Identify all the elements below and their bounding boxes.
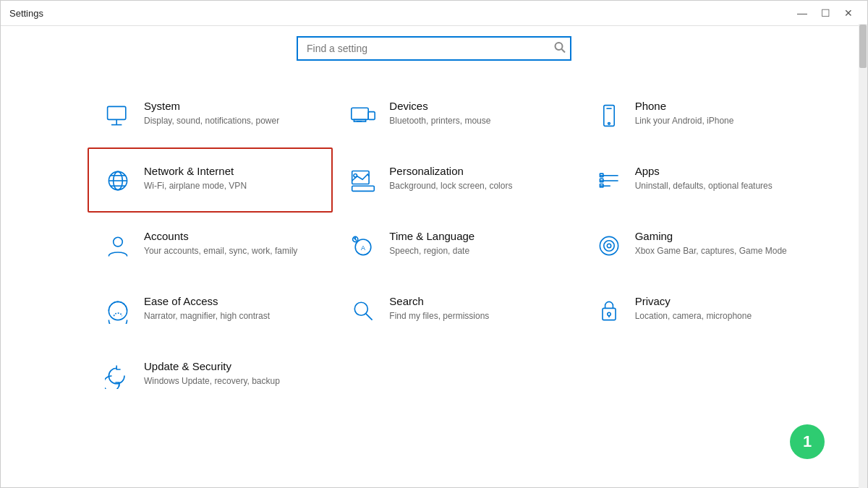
accounts-icon [103,231,132,260]
setting-item-time[interactable]: ATime & LanguageSpeech, region, date [333,213,578,278]
setting-item-apps[interactable]: AppsUninstall, defaults, optional featur… [579,147,824,213]
personalization-icon [349,166,378,195]
svg-point-40 [607,312,610,316]
scrollbar-thumb[interactable] [859,25,867,68]
close-button[interactable]: ✕ [838,5,859,21]
svg-text:A: A [361,244,365,252]
svg-rect-6 [369,112,375,120]
network-icon [103,166,132,195]
gaming-icon [595,231,624,260]
setting-item-system[interactable]: SystemDisplay, sound, notifications, pow… [88,82,333,147]
setting-item-privacy[interactable]: PrivacyLocation, camera, microphone [579,278,824,343]
svg-point-35 [607,244,610,247]
setting-desc-apps: Uninstall, defaults, optional features [635,179,808,192]
svg-rect-19 [352,186,375,191]
setting-title-phone: Phone [635,100,808,112]
setting-desc-phone: Link your Android, iPhone [635,114,808,127]
notification-badge: 1 [790,424,825,459]
search-bar [1,26,867,68]
minimize-button[interactable]: — [792,5,812,21]
settings-grid: SystemDisplay, sound, notifications, pow… [88,82,824,408]
setting-title-search: Search [389,295,562,307]
setting-item-update[interactable]: Update & SecurityWindows Update, recover… [88,343,333,408]
setting-item-phone[interactable]: PhoneLink your Android, iPhone [579,82,824,147]
setting-title-gaming: Gaming [635,230,808,242]
setting-item-devices[interactable]: DevicesBluetooth, printers, mouse [333,82,578,147]
settings-window: Settings — ☐ ✕ SystemDisplay, sound, not… [0,0,868,488]
setting-desc-gaming: Xbox Game Bar, captures, Game Mode [635,244,808,257]
window-title: Settings [9,8,43,19]
settings-content: SystemDisplay, sound, notifications, pow… [1,68,867,487]
setting-title-apps: Apps [635,165,808,177]
svg-line-1 [562,49,566,53]
setting-item-personalization[interactable]: PersonalizationBackground, lock screen, … [333,147,578,213]
setting-title-accounts: Accounts [144,230,317,242]
setting-title-ease: Ease of Access [144,295,317,307]
scrollbar[interactable] [859,24,867,488]
setting-title-update: Update & Security [144,360,317,372]
svg-point-18 [354,174,357,178]
setting-title-privacy: Privacy [635,295,808,307]
svg-rect-5 [352,108,368,119]
search-input-wrapper [297,36,571,61]
svg-line-38 [366,314,373,320]
svg-point-34 [603,241,613,251]
privacy-icon [595,296,624,325]
devices-icon [349,101,378,130]
setting-desc-network: Wi-Fi, airplane mode, VPN [144,179,317,192]
setting-item-network[interactable]: Network & InternetWi-Fi, airplane mode, … [88,147,333,213]
system-icon [103,101,132,130]
setting-item-ease[interactable]: Ease of AccessNarrator, magnifier, high … [88,278,333,343]
phone-icon [595,101,624,130]
ease-icon [103,296,132,325]
setting-desc-personalization: Background, lock screen, colors [389,179,562,192]
svg-point-33 [600,236,618,254]
setting-title-time: Time & Language [389,230,562,242]
svg-rect-2 [108,106,126,119]
update-icon [103,361,132,390]
title-bar: Settings — ☐ ✕ [1,1,867,26]
search-icon-button[interactable] [554,42,566,56]
setting-desc-devices: Bluetooth, printers, mouse [389,114,562,127]
setting-item-search[interactable]: SearchFind my files, permissions [333,278,578,343]
setting-title-devices: Devices [389,100,562,112]
setting-desc-search: Find my files, permissions [389,309,562,322]
svg-point-10 [608,122,610,124]
setting-desc-time: Speech, region, date [389,244,562,257]
setting-item-accounts[interactable]: AccountsYour accounts, email, sync, work… [88,213,333,278]
setting-desc-ease: Narrator, magnifier, high contrast [144,309,317,322]
setting-title-personalization: Personalization [389,165,562,177]
setting-item-gaming[interactable]: GamingXbox Game Bar, captures, Game Mode [579,213,824,278]
time-icon: A [349,231,378,260]
setting-desc-accounts: Your accounts, email, sync, work, family [144,244,317,257]
search-icon [349,296,378,325]
svg-point-27 [114,237,123,247]
setting-title-system: System [144,100,317,112]
apps-icon [595,166,624,195]
window-controls: — ☐ ✕ [792,5,859,21]
maximize-button[interactable]: ☐ [815,5,835,21]
svg-rect-39 [603,308,616,320]
setting-desc-update: Windows Update, recovery, backup [144,374,317,388]
svg-point-37 [355,302,368,315]
setting-desc-privacy: Location, camera, microphone [635,309,808,322]
search-input[interactable] [297,36,571,61]
setting-title-network: Network & Internet [144,165,317,177]
svg-point-0 [556,43,563,50]
setting-desc-system: Display, sound, notifications, power [144,114,317,127]
